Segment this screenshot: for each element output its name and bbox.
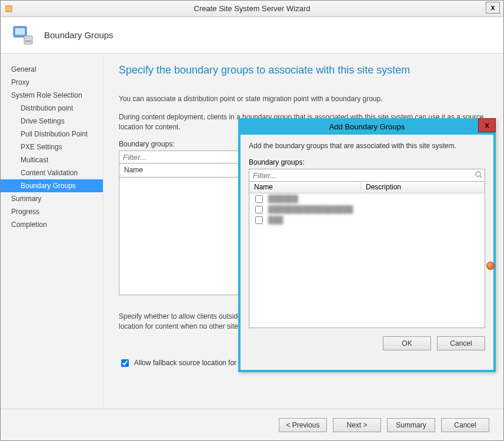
- nav-item-boundary-groups[interactable]: Boundary Groups: [1, 179, 103, 192]
- wizard-footer: < Previous Next > Summary Cancel: [1, 409, 503, 440]
- dialog-ok-button[interactable]: OK: [383, 336, 431, 350]
- nav-item-completion[interactable]: Completion: [1, 218, 103, 231]
- svg-rect-3: [24, 36, 32, 44]
- add-boundary-groups-dialog: Add Boundary Groups x Add the boundary g…: [238, 118, 496, 372]
- column-name: Name: [124, 166, 143, 174]
- nav-item-summary[interactable]: Summary: [1, 192, 103, 205]
- search-icon: [475, 171, 483, 181]
- nav-item-general[interactable]: General: [1, 63, 103, 76]
- dialog-close-button[interactable]: x: [478, 118, 496, 132]
- wizard-nav-sidebar: GeneralProxySystem Role SelectionDistrib…: [1, 54, 104, 410]
- nav-item-drive-settings[interactable]: Drive Settings: [1, 115, 103, 128]
- page-title: Boundary Groups: [44, 30, 114, 40]
- svg-rect-4: [25, 41, 31, 42]
- nav-item-pxe-settings[interactable]: PXE Settings: [1, 141, 103, 153]
- row-checkbox[interactable]: [255, 216, 263, 224]
- next-button[interactable]: Next >: [333, 418, 381, 432]
- nav-item-progress[interactable]: Progress: [1, 205, 103, 218]
- nav-item-proxy[interactable]: Proxy: [1, 76, 103, 89]
- content-text-1: You can associate a distribution point o…: [119, 94, 488, 104]
- row-name: ███: [268, 216, 283, 224]
- svg-point-5: [476, 172, 480, 176]
- dialog-cancel-button[interactable]: Cancel: [437, 336, 485, 350]
- dialog-list-row[interactable]: ███: [249, 215, 485, 225]
- summary-button[interactable]: Summary: [387, 418, 435, 432]
- nav-item-pull-distribution-point[interactable]: Pull Distribution Point: [1, 128, 103, 141]
- previous-button[interactable]: < Previous: [279, 418, 327, 432]
- dialog-list-row[interactable]: ██████: [249, 193, 485, 204]
- row-checkbox[interactable]: [255, 206, 263, 213]
- fallback-checkbox[interactable]: [121, 359, 129, 367]
- dialog-boundary-label: Boundary groups:: [249, 158, 485, 166]
- nav-item-content-validation[interactable]: Content Validation: [1, 166, 103, 179]
- window-title: Create Site System Server Wizard: [1, 4, 503, 13]
- content-heading: Specify the boundary groups to associate…: [119, 64, 488, 76]
- row-name: █████████████████: [268, 205, 353, 213]
- wizard-header: Boundary Groups: [1, 17, 503, 54]
- dialog-titlebar: Add Boundary Groups x: [238, 118, 496, 135]
- dialog-title: Add Boundary Groups: [329, 122, 405, 131]
- server-icon: [11, 23, 36, 48]
- window-close-button[interactable]: x: [486, 2, 500, 14]
- window-titlebar: Create Site System Server Wizard x: [1, 1, 503, 17]
- svg-rect-0: [6, 6, 12, 12]
- nav-item-distribution-point[interactable]: Distribution point: [1, 102, 103, 115]
- dialog-instruction: Add the boundary groups that are associa…: [249, 142, 485, 150]
- dialog-column-name[interactable]: Name: [249, 182, 361, 193]
- svg-line-6: [480, 176, 482, 178]
- nav-item-system-role-selection[interactable]: System Role Selection: [1, 89, 103, 102]
- row-checkbox[interactable]: [255, 195, 263, 203]
- cancel-button[interactable]: Cancel: [441, 418, 489, 432]
- dialog-list-row[interactable]: █████████████████: [249, 204, 485, 215]
- svg-rect-2: [15, 28, 25, 35]
- dialog-filter-input[interactable]: [249, 169, 485, 182]
- row-name: ██████: [268, 195, 298, 203]
- app-icon: [4, 4, 14, 14]
- nav-item-multicast[interactable]: Multicast: [1, 153, 103, 166]
- warning-icon: [486, 262, 495, 270]
- dialog-boundary-list[interactable]: Name Description ███████████████████████…: [249, 181, 485, 328]
- dialog-list-header: Name Description: [249, 182, 485, 193]
- dialog-column-description[interactable]: Description: [361, 182, 485, 193]
